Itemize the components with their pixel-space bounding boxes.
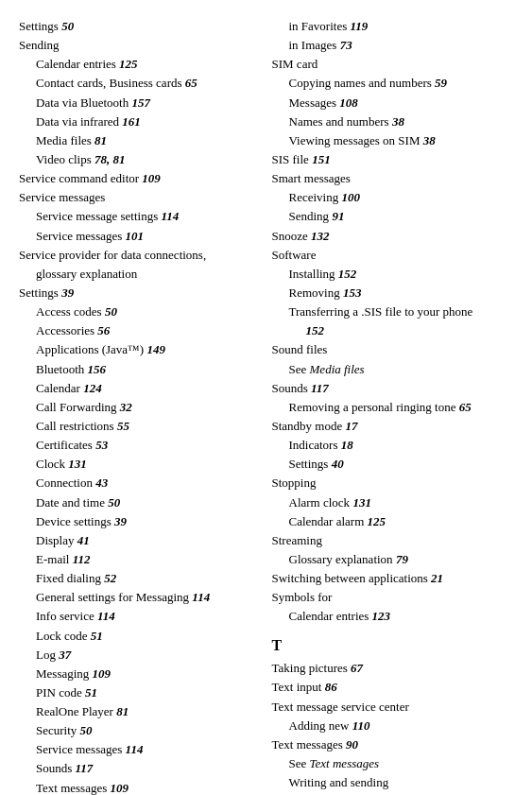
list-item: Text message service center: [272, 698, 514, 717]
list-item: Calendar 124: [19, 379, 261, 398]
list-item: Sound files: [272, 340, 514, 359]
list-item: Clock 131: [19, 455, 261, 474]
list-item: Sounds 117: [19, 759, 261, 778]
list-item: Fixed dialing 52: [19, 569, 261, 588]
list-item: PIN code 51: [19, 683, 261, 702]
list-item: Viewing messages on SIM 38: [272, 131, 514, 150]
list-item: Accessories 56: [19, 321, 261, 340]
list-item: Service messages 114: [19, 740, 261, 759]
list-item: Device settings 39: [19, 512, 261, 531]
list-item: Certificates 53: [19, 436, 261, 455]
list-item: Text messages 109: [19, 779, 261, 795]
list-item: Connection 43: [19, 474, 261, 493]
list-item: Settings 39: [19, 284, 261, 302]
list-item: Calendar entries 123: [272, 607, 514, 626]
list-item: Bluetooth 156: [19, 360, 261, 379]
list-item: Sending 91: [272, 207, 514, 226]
list-item: Display 41: [19, 531, 261, 550]
list-item: Call Forwarding 32: [19, 398, 261, 417]
list-item: Security 50: [19, 721, 261, 740]
list-item: Text input 86: [272, 678, 514, 697]
list-item: Stopping: [272, 474, 514, 493]
list-item: Receiving 100: [272, 188, 514, 207]
list-item: Video clips 78, 81: [19, 150, 261, 169]
list-item: Adding new 110: [272, 717, 514, 735]
list-item: Copying names and numbers 59: [272, 74, 514, 93]
list-item: Calendar alarm 125: [272, 512, 514, 531]
list-item: Snooze 132: [272, 227, 514, 246]
list-item: Applications (Java™) 149: [19, 340, 261, 359]
list-item: General settings for Messaging 114: [19, 588, 261, 607]
list-item: Sounds 117: [272, 379, 514, 398]
list-item: Symbols for: [272, 588, 514, 607]
list-item: E-mail 112: [19, 550, 261, 569]
list-item: glossary explanation: [19, 265, 261, 284]
list-item: Call restrictions 55: [19, 417, 261, 436]
list-item: Sending: [19, 36, 261, 55]
list-item: Calendar entries 125: [19, 55, 261, 74]
list-item: Info service 114: [19, 607, 261, 626]
list-item: See Text messages: [272, 754, 514, 773]
list-item: 152: [272, 321, 514, 340]
list-item: Log 37: [19, 646, 261, 665]
page-container: Settings 50SendingCalendar entries 125Co…: [0, 9, 532, 795]
list-item: Removing 153: [272, 284, 514, 302]
list-item: Service messages: [19, 188, 261, 207]
list-item: Names and numbers 38: [272, 112, 514, 131]
list-item: Glossary explanation 79: [272, 550, 514, 569]
list-item: SIS file 151: [272, 150, 514, 169]
list-item: Smart messages: [272, 169, 514, 188]
list-item: Text messages 90: [272, 735, 514, 754]
list-item: Access codes 50: [19, 302, 261, 321]
list-item: Contact cards, Business cards 65: [19, 74, 261, 93]
list-item: in Favorites 119: [272, 17, 514, 36]
list-item: T: [272, 634, 514, 658]
list-item: RealOne Player 81: [19, 702, 261, 721]
list-item: Settings 50: [19, 17, 261, 36]
list-item: Switching between applications 21: [272, 569, 514, 588]
list-item: Data via Bluetooth 157: [19, 94, 261, 112]
list-item: Taking pictures 67: [272, 659, 514, 678]
list-item: Lock code 51: [19, 627, 261, 646]
list-item: Writing and sending: [272, 773, 514, 792]
list-item: Messaging 109: [19, 665, 261, 683]
list-item: Standby mode 17: [272, 417, 514, 436]
list-item: Service command editor 109: [19, 169, 261, 188]
right-column: in Favorites 119in Images 73SIM cardCopy…: [266, 17, 522, 795]
list-item: Software: [272, 246, 514, 265]
list-item: Service provider for data connections,: [19, 246, 261, 265]
left-column: Settings 50SendingCalendar entries 125Co…: [11, 17, 266, 795]
list-item: Removing a personal ringing tone 65: [272, 398, 514, 417]
list-item: in Images 73: [272, 36, 514, 55]
list-item: Indicators 18: [272, 436, 514, 455]
list-item: Service messages 101: [19, 227, 261, 246]
list-item: Media files 81: [19, 131, 261, 150]
list-item: Messages 108: [272, 94, 514, 112]
list-item: Date and time 50: [19, 493, 261, 512]
list-item: Service message settings 114: [19, 207, 261, 226]
list-item: Installing 152: [272, 265, 514, 284]
list-item: SIM card: [272, 55, 514, 74]
list-item: Settings 40: [272, 455, 514, 474]
list-item: Alarm clock 131: [272, 493, 514, 512]
list-item: Streaming: [272, 531, 514, 550]
list-item: Transferring a .SIS file to your phone: [272, 302, 514, 321]
list-item: See Media files: [272, 360, 514, 379]
list-item: Data via infrared 161: [19, 112, 261, 131]
